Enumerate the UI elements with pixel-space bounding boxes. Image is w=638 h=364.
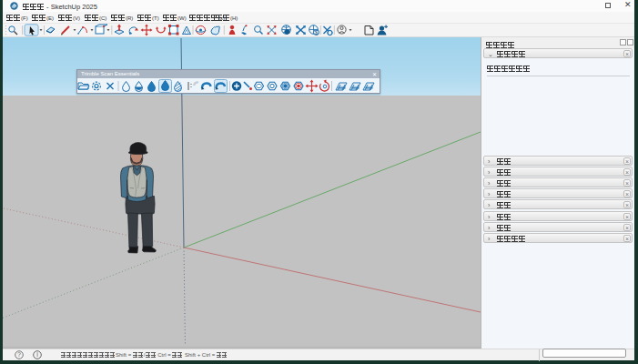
svg-text:?: ?: [17, 351, 21, 358]
svg-text:i: i: [36, 351, 38, 358]
svg-text:$: $: [315, 29, 319, 35]
